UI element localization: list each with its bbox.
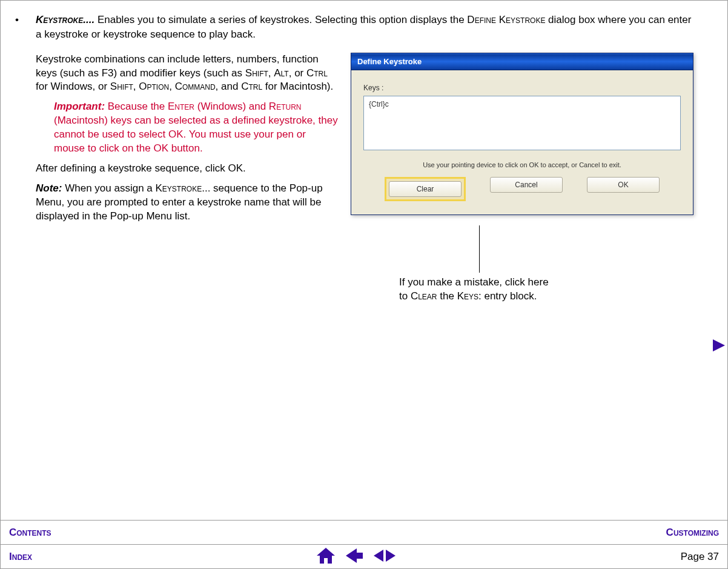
note-label: Note: — [36, 182, 62, 194]
svg-marker-2 — [346, 548, 363, 563]
prev-next-icon[interactable] — [374, 548, 395, 566]
ok-button[interactable]: OK — [587, 177, 660, 193]
next-page-side-arrow[interactable] — [710, 337, 727, 357]
term-define-keystroke: Define Keystroke — [467, 14, 545, 25]
para-after-defining: After defining a keystroke sequence, cli… — [36, 162, 339, 176]
prev-icon[interactable] — [346, 548, 363, 566]
callout-text: If you make a mistake, click here to Cle… — [399, 276, 617, 304]
define-keystroke-dialog: Define Keystroke Keys : {Ctrl}c Use your… — [351, 53, 693, 215]
footer-nav: Contents Customizing Index Page 37 — [1, 520, 727, 568]
bullet-item-keystroke: • Keystroke.... Enables you to simulate … — [15, 13, 713, 42]
keys-label: Keys : — [363, 84, 681, 92]
right-figure-column: Define Keystroke Keys : {Ctrl}c Use your… — [351, 53, 713, 230]
bullet-marker: • — [15, 13, 36, 42]
dialog-body: Keys : {Ctrl}c Use your pointing device … — [351, 70, 693, 215]
bullet-desc-a: Enables you to simulate a series of keys… — [98, 14, 467, 25]
svg-marker-1 — [317, 548, 335, 564]
page-number: Page 37 — [681, 551, 719, 563]
contents-link[interactable]: Contents — [9, 527, 51, 539]
cancel-button[interactable]: Cancel — [490, 177, 563, 193]
home-icon[interactable] — [317, 548, 335, 567]
clear-button[interactable]: Clear — [389, 181, 462, 197]
note-block: Note: When you assign a Keystroke... seq… — [36, 182, 339, 224]
svg-marker-3 — [374, 550, 383, 562]
svg-marker-4 — [386, 550, 395, 562]
dialog-titlebar: Define Keystroke — [351, 53, 693, 70]
important-label: Important: — [54, 101, 105, 112]
para-combinations: Keystroke combinations can include lette… — [36, 53, 339, 95]
index-link[interactable]: Index — [9, 551, 32, 563]
keys-input[interactable]: {Ctrl}c — [363, 96, 681, 150]
callout-leader-line — [479, 225, 480, 273]
dialog-title: Define Keystroke — [357, 57, 422, 66]
keys-value: {Ctrl}c — [369, 100, 389, 108]
nav-icons — [317, 548, 395, 567]
term-keystroke: Keystroke.... — [36, 14, 94, 25]
left-text-column: Keystroke combinations can include lette… — [36, 53, 339, 230]
customizing-link[interactable]: Customizing — [666, 527, 719, 539]
bullet-text: Keystroke.... Enables you to simulate a … — [36, 13, 713, 42]
clear-highlight: Clear — [385, 177, 466, 201]
important-note: Important: Because the Enter (Windows) a… — [36, 100, 339, 156]
dialog-button-row: Clear Cancel OK — [363, 177, 681, 206]
dialog-hint: Use your pointing device to click on OK … — [363, 161, 681, 168]
svg-marker-0 — [713, 339, 725, 351]
